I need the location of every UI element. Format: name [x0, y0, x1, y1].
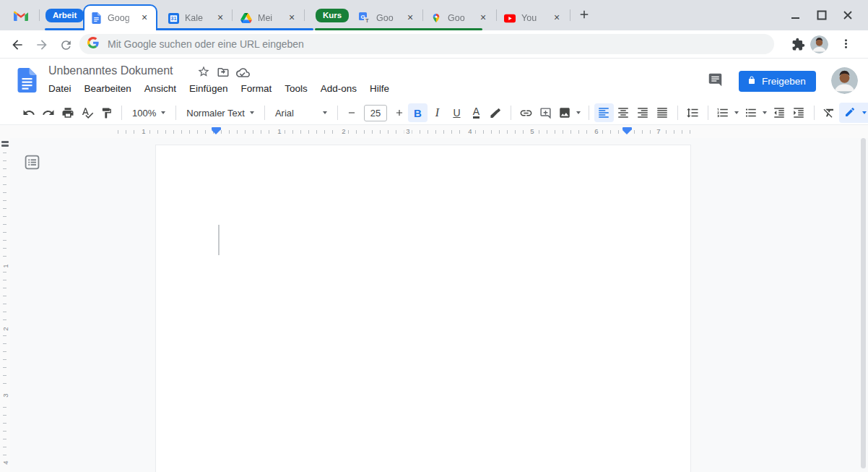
- paint-format-button[interactable]: [97, 103, 116, 122]
- tab-youtube[interactable]: You ×: [498, 6, 568, 30]
- menu-format[interactable]: Format: [234, 83, 278, 94]
- close-window-button[interactable]: [842, 9, 854, 21]
- close-icon[interactable]: ×: [214, 12, 226, 24]
- google-calendar-icon: 31: [168, 12, 179, 24]
- align-left-button[interactable]: [594, 103, 614, 122]
- document-page[interactable]: [155, 145, 691, 472]
- share-button-label: Freigeben: [762, 76, 806, 87]
- decrease-font-size-button[interactable]: [343, 103, 360, 122]
- italic-button[interactable]: I: [428, 103, 447, 122]
- close-icon[interactable]: ×: [286, 12, 298, 24]
- line-spacing-button[interactable]: [683, 103, 703, 122]
- align-right-button[interactable]: [633, 103, 653, 122]
- align-center-button[interactable]: [614, 103, 633, 122]
- address-bar[interactable]: [79, 34, 774, 54]
- justify-button[interactable]: [653, 103, 672, 122]
- tab-google-drive[interactable]: Mei ×: [235, 6, 303, 30]
- undo-button[interactable]: [19, 103, 38, 122]
- extensions-icon[interactable]: [791, 38, 805, 54]
- reload-button[interactable]: [58, 37, 74, 53]
- menu-tools[interactable]: Tools: [278, 83, 314, 94]
- editing-mode-button[interactable]: [839, 103, 868, 123]
- menu-addons[interactable]: Add-ons: [314, 83, 363, 94]
- vertical-ruler[interactable]: 1234: [0, 138, 10, 472]
- print-button[interactable]: [58, 103, 77, 122]
- tab-google-translate[interactable]: G T Goo ×: [353, 6, 422, 30]
- insert-image-button[interactable]: [555, 103, 583, 122]
- profile-avatar[interactable]: [810, 35, 828, 53]
- back-button[interactable]: [9, 37, 25, 53]
- lock-icon: [747, 75, 756, 87]
- minimize-button[interactable]: [790, 9, 802, 21]
- star-icon[interactable]: [197, 65, 210, 78]
- document-outline-button[interactable]: [24, 154, 40, 170]
- horizontal-ruler[interactable]: 11234567: [0, 125, 868, 138]
- forward-button[interactable]: [34, 37, 50, 53]
- menu-bearbeiten[interactable]: Bearbeiten: [78, 83, 138, 94]
- document-title[interactable]: Unbenanntes Dokument: [48, 64, 173, 77]
- pencil-icon: [844, 106, 856, 120]
- redo-button[interactable]: [38, 103, 58, 122]
- new-tab-button[interactable]: [576, 7, 593, 25]
- ruler-number: 2: [339, 127, 347, 135]
- text-color-button[interactable]: A: [466, 103, 486, 122]
- chevron-down-icon: [576, 111, 581, 114]
- paragraph-style-value: Normaler Text: [186, 108, 245, 119]
- address-input[interactable]: [106, 38, 774, 51]
- add-comment-button[interactable]: [536, 103, 555, 122]
- toolbar-divider: [121, 106, 122, 120]
- google-docs-logo[interactable]: [17, 68, 37, 95]
- numbered-list-button[interactable]: [713, 103, 742, 122]
- account-avatar[interactable]: [831, 67, 858, 94]
- toolbar-divider: [337, 106, 338, 120]
- decrease-indent-button[interactable]: [770, 103, 789, 122]
- comment-history-icon[interactable]: [708, 72, 723, 87]
- tab-group-kurs[interactable]: Kurs: [316, 9, 349, 22]
- maximize-button[interactable]: [816, 9, 828, 21]
- menu-datei[interactable]: Datei: [48, 83, 78, 94]
- clear-formatting-button[interactable]: [820, 103, 839, 122]
- kebab-menu-icon[interactable]: [839, 37, 853, 53]
- move-folder-icon[interactable]: [217, 66, 230, 79]
- google-docs-icon: [90, 12, 102, 24]
- pinned-tab-gmail[interactable]: [9, 6, 33, 29]
- scrollbar-thumb[interactable]: [861, 138, 866, 468]
- increase-indent-button[interactable]: [789, 103, 809, 122]
- tab-google-maps[interactable]: Goo ×: [425, 6, 495, 30]
- chrome-toolbar: [0, 30, 868, 59]
- close-icon[interactable]: ×: [477, 12, 489, 24]
- close-icon[interactable]: ×: [139, 12, 150, 24]
- underline-button[interactable]: U: [447, 103, 466, 122]
- tab-strip: Arbeit Goog × 31 Kale ×: [0, 0, 868, 30]
- tab-separator: [570, 9, 570, 21]
- toolbar-divider: [264, 106, 265, 120]
- top-margin-marker[interactable]: [1, 141, 9, 148]
- increase-font-size-button[interactable]: [391, 103, 408, 122]
- close-icon[interactable]: ×: [404, 12, 416, 24]
- highlight-color-button[interactable]: [486, 103, 505, 122]
- ruler-number: 1: [139, 127, 147, 135]
- bulleted-list-button[interactable]: [742, 103, 770, 122]
- font-select[interactable]: Arial: [270, 103, 332, 122]
- menu-einfuegen[interactable]: Einfügen: [183, 83, 234, 94]
- spellcheck-button[interactable]: [77, 103, 97, 122]
- right-indent-marker[interactable]: [622, 127, 632, 134]
- menu-ansicht[interactable]: Ansicht: [138, 83, 183, 94]
- ruler-ticks: [3, 145, 6, 470]
- bold-button[interactable]: B: [408, 103, 428, 122]
- share-button[interactable]: Freigeben: [739, 71, 816, 92]
- tab-google-calendar[interactable]: 31 Kale ×: [162, 6, 232, 30]
- google-drive-icon: [240, 12, 252, 24]
- font-value: Arial: [275, 108, 294, 119]
- cloud-status-icon[interactable]: [236, 66, 250, 80]
- left-indent-marker[interactable]: [212, 127, 221, 134]
- zoom-select[interactable]: 100%: [127, 103, 170, 122]
- font-size-input[interactable]: 25: [364, 105, 387, 121]
- tab-google-docs[interactable]: Goog ×: [83, 4, 157, 30]
- paragraph-style-select[interactable]: Normaler Text: [181, 103, 259, 122]
- tab-group-arbeit[interactable]: Arbeit: [45, 9, 84, 22]
- insert-link-button[interactable]: [516, 103, 536, 122]
- menu-hilfe[interactable]: Hilfe: [363, 83, 396, 94]
- close-icon[interactable]: ×: [551, 12, 563, 24]
- ruler-number: 4: [466, 127, 474, 135]
